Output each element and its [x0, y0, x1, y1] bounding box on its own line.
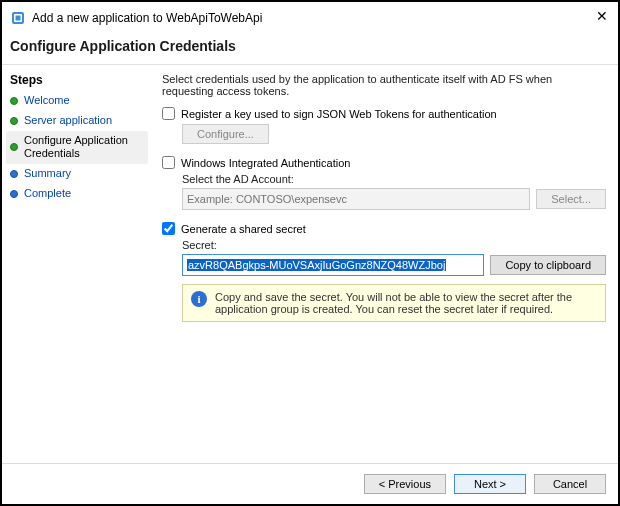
steps-heading: Steps: [6, 71, 148, 91]
cancel-button[interactable]: Cancel: [534, 474, 606, 494]
sidebar-item-complete[interactable]: Complete: [6, 184, 148, 204]
intro-text: Select credentials used by the applicati…: [162, 73, 606, 97]
secret-info-box: i Copy and save the secret. You will not…: [182, 284, 606, 322]
secret-input[interactable]: azvR8QABgkps-MUoVSAxjIuGoGnz8NZQ48WZJboj: [182, 254, 484, 276]
step-dot-icon: [10, 170, 18, 178]
app-icon: [10, 10, 26, 26]
sidebar-item-label: Complete: [24, 187, 71, 201]
shared-secret-checkbox-row[interactable]: Generate a shared secret: [162, 222, 606, 235]
sidebar-item-configure-credentials[interactable]: Configure Application Credentials: [6, 131, 148, 165]
close-icon[interactable]: ✕: [596, 8, 608, 24]
page-title: Configure Application Credentials: [2, 32, 618, 65]
secret-sublabel: Secret:: [182, 239, 606, 251]
steps-sidebar: Steps Welcome Server application Configu…: [2, 65, 152, 463]
sidebar-item-label: Welcome: [24, 94, 70, 108]
copy-clipboard-button[interactable]: Copy to clipboard: [490, 255, 606, 275]
previous-button[interactable]: < Previous: [364, 474, 446, 494]
register-key-label: Register a key used to sign JSON Web Tok…: [181, 108, 497, 120]
configure-button: Configure...: [182, 124, 269, 144]
wizard-window: Add a new application to WebApiToWebApi …: [0, 0, 620, 506]
info-icon: i: [191, 291, 207, 307]
select-account-button: Select...: [536, 189, 606, 209]
wia-checkbox[interactable]: [162, 156, 175, 169]
sidebar-item-summary[interactable]: Summary: [6, 164, 148, 184]
register-key-checkbox-row[interactable]: Register a key used to sign JSON Web Tok…: [162, 107, 606, 120]
step-dot-icon: [10, 143, 18, 151]
sidebar-item-welcome[interactable]: Welcome: [6, 91, 148, 111]
wia-section: Windows Integrated Authentication Select…: [162, 156, 606, 210]
next-button[interactable]: Next >: [454, 474, 526, 494]
titlebar: Add a new application to WebApiToWebApi …: [2, 2, 618, 32]
register-key-section: Register a key used to sign JSON Web Tok…: [162, 107, 606, 144]
main-content: Select credentials used by the applicati…: [152, 65, 618, 463]
wia-sublabel: Select the AD Account:: [182, 173, 606, 185]
wia-checkbox-row[interactable]: Windows Integrated Authentication: [162, 156, 606, 169]
shared-secret-checkbox[interactable]: [162, 222, 175, 235]
sidebar-item-label: Server application: [24, 114, 112, 128]
step-dot-icon: [10, 117, 18, 125]
svg-rect-2: [16, 16, 21, 21]
register-key-checkbox[interactable]: [162, 107, 175, 120]
window-title: Add a new application to WebApiToWebApi: [32, 11, 262, 25]
shared-secret-section: Generate a shared secret Secret: azvR8QA…: [162, 222, 606, 322]
wia-label: Windows Integrated Authentication: [181, 157, 350, 169]
sidebar-item-label: Configure Application Credentials: [24, 134, 144, 162]
secret-info-text: Copy and save the secret. You will not b…: [215, 291, 597, 315]
step-dot-icon: [10, 190, 18, 198]
secret-value: azvR8QABgkps-MUoVSAxjIuGoGnz8NZQ48WZJboj: [187, 259, 446, 271]
body: Steps Welcome Server application Configu…: [2, 65, 618, 463]
sidebar-item-label: Summary: [24, 167, 71, 181]
step-dot-icon: [10, 97, 18, 105]
footer: < Previous Next > Cancel: [2, 463, 618, 504]
ad-account-input: [182, 188, 530, 210]
sidebar-item-server-application[interactable]: Server application: [6, 111, 148, 131]
shared-secret-label: Generate a shared secret: [181, 223, 306, 235]
